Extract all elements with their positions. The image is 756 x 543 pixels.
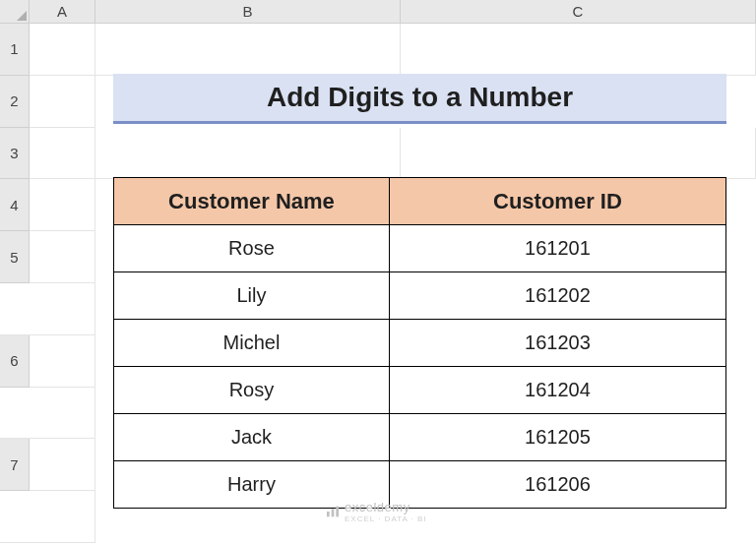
cell-id[interactable]: 161204 (389, 367, 725, 414)
spreadsheet-grid: A B C 1 2 Add Digits to a Number 3 4 Cus… (0, 0, 756, 543)
table-row: Lily 161202 (114, 272, 726, 320)
cell-b1[interactable] (95, 24, 401, 76)
header-customer-name[interactable]: Customer Name (114, 178, 390, 225)
cell-id[interactable]: 161205 (389, 414, 725, 461)
cell-b6[interactable] (0, 388, 30, 440)
svg-rect-1 (332, 509, 335, 516)
row-header-7[interactable]: 7 (0, 439, 30, 491)
watermark-text: exceldemy (345, 500, 410, 514)
row-header-1[interactable]: 1 (0, 24, 30, 76)
table-row: Rose 161201 (114, 225, 726, 272)
col-header-b[interactable]: B (95, 0, 401, 24)
cell-c5[interactable] (30, 283, 95, 335)
col-header-c[interactable]: C (401, 0, 756, 24)
watermark-subtext: EXCEL · DATA · BI (345, 514, 427, 523)
chart-icon (325, 504, 341, 519)
cell-c3[interactable] (401, 128, 756, 180)
row-header-3[interactable]: 3 (0, 128, 30, 180)
cell-c1[interactable] (401, 24, 756, 76)
cell-id[interactable]: 161201 (389, 225, 725, 272)
cell-b7[interactable] (0, 491, 30, 543)
watermark: exceldemy EXCEL · DATA · BI (325, 500, 427, 523)
cell-a6[interactable] (30, 335, 95, 388)
cell-name[interactable]: Rose (114, 225, 390, 272)
cell-name[interactable]: Rosy (114, 367, 390, 414)
svg-rect-2 (336, 507, 339, 517)
cell-c6[interactable] (30, 388, 95, 440)
cell-name[interactable]: Michel (114, 320, 390, 367)
cell-a5[interactable] (30, 231, 95, 283)
cell-b3[interactable] (95, 128, 401, 180)
cell-b5[interactable] (0, 283, 30, 335)
col-header-a[interactable]: A (30, 0, 95, 24)
row-header-2[interactable]: 2 (0, 76, 30, 128)
row-header-5[interactable]: 5 (0, 231, 30, 283)
cell-a3[interactable] (30, 128, 95, 180)
row-header-4[interactable]: 4 (0, 179, 30, 231)
cell-a1[interactable] (30, 24, 95, 76)
cell-a4[interactable] (30, 179, 95, 231)
cell-id[interactable]: 161203 (389, 320, 725, 367)
cell-name[interactable]: Jack (114, 414, 390, 461)
cell-name[interactable]: Lily (114, 272, 390, 320)
cell-id[interactable]: 161202 (389, 272, 725, 320)
customer-table: Customer Name Customer ID Rose 161201 Li… (113, 177, 726, 509)
page-title: Add Digits to a Number (113, 74, 726, 124)
cell-c7[interactable] (30, 491, 95, 543)
cell-a7[interactable] (30, 439, 95, 491)
cell-id[interactable]: 161206 (389, 461, 725, 509)
svg-rect-0 (327, 512, 330, 516)
header-customer-id[interactable]: Customer ID (389, 178, 725, 225)
row-header-6[interactable]: 6 (0, 335, 30, 388)
table-header-row: Customer Name Customer ID (114, 178, 726, 225)
cell-a2[interactable] (30, 76, 95, 128)
select-all-corner[interactable] (0, 0, 30, 24)
table-row: Jack 161205 (114, 414, 726, 461)
table-row: Rosy 161204 (114, 367, 726, 414)
table-row: Michel 161203 (114, 320, 726, 367)
